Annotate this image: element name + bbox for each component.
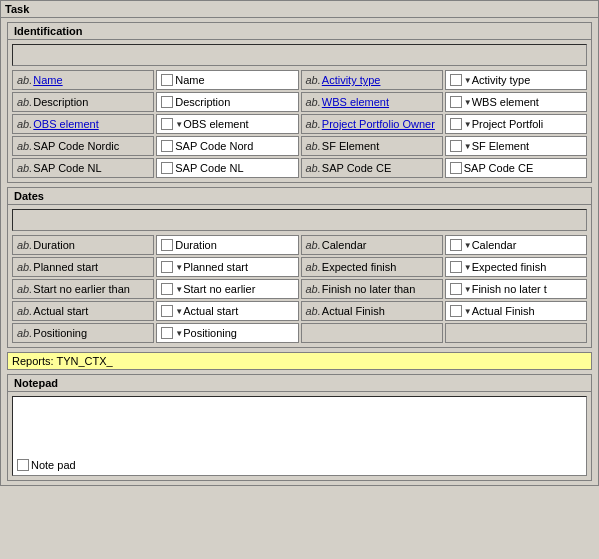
grid-cell: ab.SF Element [301, 136, 443, 156]
grid-cell[interactable]: ▼Activity type [445, 70, 587, 90]
dates-inner: ab.DurationDurationab.Calendar▼Calendara… [8, 205, 591, 347]
dates-section: Dates ab.DurationDurationab.Calendar▼Cal… [7, 187, 592, 348]
notepad-area[interactable]: Note pad [12, 396, 587, 476]
notepad-checkbox[interactable] [17, 459, 29, 471]
dates-title: Dates [8, 188, 591, 205]
grid-cell[interactable]: ab.Activity type [301, 70, 443, 90]
grid-cell[interactable]: ab.Name [12, 70, 154, 90]
grid-cell[interactable]: ▼OBS element [156, 114, 298, 134]
notepad-title: Notepad [8, 375, 591, 392]
grid-cell[interactable]: Duration [156, 235, 298, 255]
notepad-content: Note pad [17, 459, 582, 471]
grid-cell[interactable]: Name [156, 70, 298, 90]
grid-cell[interactable]: SAP Code Nord [156, 136, 298, 156]
grid-cell[interactable]: ▼WBS element [445, 92, 587, 112]
grid-cell[interactable]: ▼Positioning [156, 323, 298, 343]
grid-cell: ab.Expected finish [301, 257, 443, 277]
grid-cell: ab.Planned start [12, 257, 154, 277]
identification-inner: ab.NameNameab.Activity type▼Activity typ… [8, 40, 591, 182]
grid-cell: ab.Finish no later than [301, 279, 443, 299]
grid-cell: ab.SAP Code Nordic [12, 136, 154, 156]
identification-toolbar [12, 44, 587, 66]
grid-cell: ab.Calendar [301, 235, 443, 255]
grid-cell[interactable]: ▼Calendar [445, 235, 587, 255]
grid-cell [301, 323, 443, 343]
grid-cell: ab.Actual start [12, 301, 154, 321]
grid-cell[interactable]: ▼Project Portfoli [445, 114, 587, 134]
grid-cell[interactable]: ab.WBS element [301, 92, 443, 112]
dates-toolbar [12, 209, 587, 231]
grid-cell[interactable]: ▼Actual Finish [445, 301, 587, 321]
window-titlebar: Task [1, 1, 598, 18]
grid-cell[interactable]: Description [156, 92, 298, 112]
grid-cell[interactable]: ▼Start no earlier [156, 279, 298, 299]
window-title: Task [5, 3, 29, 15]
grid-cell[interactable]: ▼SF Element [445, 136, 587, 156]
grid-cell[interactable]: ▼Expected finish [445, 257, 587, 277]
reports-label: Reports: TYN_CTX_ [12, 355, 113, 367]
task-window: Task Identification ab.NameNameab.Activi… [0, 0, 599, 486]
grid-cell: ab.Actual Finish [301, 301, 443, 321]
grid-cell: ab.SAP Code CE [301, 158, 443, 178]
grid-cell[interactable]: ab.Project Portfolio Owner [301, 114, 443, 134]
grid-cell[interactable]: ab.OBS element [12, 114, 154, 134]
grid-cell: ab.Description [12, 92, 154, 112]
grid-cell: ab.Start no earlier than [12, 279, 154, 299]
dates-grid: ab.DurationDurationab.Calendar▼Calendara… [12, 235, 587, 343]
grid-cell [445, 323, 587, 343]
grid-cell: ab.Duration [12, 235, 154, 255]
reports-row: Reports: TYN_CTX_ [7, 352, 592, 370]
notepad-inner: Note pad [8, 392, 591, 480]
grid-cell[interactable]: SAP Code NL [156, 158, 298, 178]
grid-cell[interactable]: ▼Finish no later t [445, 279, 587, 299]
identification-section: Identification ab.NameNameab.Activity ty… [7, 22, 592, 183]
notepad-content-label: Note pad [31, 459, 76, 471]
notepad-section: Notepad Note pad [7, 374, 592, 481]
grid-cell[interactable]: SAP Code CE [445, 158, 587, 178]
grid-cell: ab.SAP Code NL [12, 158, 154, 178]
identification-grid: ab.NameNameab.Activity type▼Activity typ… [12, 70, 587, 178]
identification-title: Identification [8, 23, 591, 40]
grid-cell[interactable]: ▼Planned start [156, 257, 298, 277]
grid-cell: ab.Positioning [12, 323, 154, 343]
grid-cell[interactable]: ▼Actual start [156, 301, 298, 321]
